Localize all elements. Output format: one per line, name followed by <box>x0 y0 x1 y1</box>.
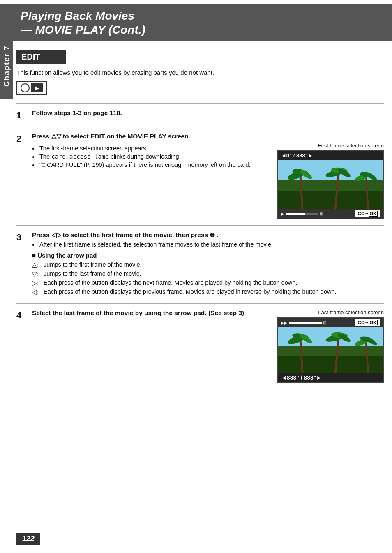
step-2-screenshot-label: First-frame selection screen <box>277 143 384 149</box>
step-4: 4 Select the last frame of the movie by … <box>16 303 384 389</box>
palm-trees-svg-2 <box>278 327 383 373</box>
step-2-body: The first-frame selection screen appears… <box>32 143 384 219</box>
step-4-screenshot-image <box>278 327 383 373</box>
step-2-progress-fill <box>286 213 305 215</box>
step-4-screenshot-area: Last-frame selection screen ▶▶ ⊞ G <box>277 309 384 383</box>
step-4-number: 4 <box>16 309 28 383</box>
triangle-left-symbol: ◁: <box>32 288 40 296</box>
step-4-progress-fill <box>289 322 322 324</box>
step-2-screenshot-bottom: ▶ ⊞ GO➜OK <box>278 209 383 219</box>
page-number: 122 <box>16 533 40 545</box>
step-3-bullets: After the first frame is selected, the s… <box>32 241 384 248</box>
step-4-frame-label: ◄888" / 888"► <box>281 374 322 381</box>
step-2-screenshot-area: First-frame selection screen ◄0" / 888"► <box>277 143 384 219</box>
play-icon: ▶ <box>31 83 43 92</box>
arrow-item-up: △: Jumps to the first frame of the movie… <box>32 261 384 269</box>
step-4-go-ok: GO➜OK <box>355 319 380 326</box>
page-header: Playing Back Movies — MOVIE PLAY (Cont.) <box>0 4 392 41</box>
arrow-left-text: Each press of the button displays the pr… <box>44 288 337 296</box>
step-4-content: Select the last frame of the movie by us… <box>32 309 384 383</box>
step-3-content: Press ◁▷ to select the first frame of th… <box>32 231 384 297</box>
arrow-item-right: ▷: Each press of the button displays the… <box>32 279 384 287</box>
step-2-progress: ▶ ⊞ <box>281 212 323 216</box>
arrow-right-text: Each press of the button displays the ne… <box>44 279 297 287</box>
step-2: 2 Press △▽ to select EDIT on the MOVIE P… <box>16 127 384 225</box>
step-2-screenshot-image <box>278 160 383 209</box>
step-3-title: Press ◁▷ to select the first frame of th… <box>32 231 384 239</box>
step-2-bullet-1: The first-frame selection screen appears… <box>32 145 269 152</box>
step-4-screenshot-bottom: ◄888" / 888"► <box>278 373 383 382</box>
step-3-number: 3 <box>16 231 28 297</box>
triangle-right-symbol: ▷: <box>32 279 40 287</box>
step-1-number: 1 <box>16 109 28 121</box>
step-4-progress-bar <box>289 322 322 324</box>
triangle-up-symbol: △: <box>32 261 40 269</box>
edit-intro: This function allows you to edit movies … <box>16 69 384 76</box>
edit-icon-row: ▶ <box>16 81 47 95</box>
chapter-tab: Chapter 7 <box>0 33 13 99</box>
step-2-bullet-2: The card access lamp blinks during downl… <box>32 153 269 160</box>
step-2-go-ok: GO➜OK <box>355 210 380 217</box>
arrow-pad-section: Using the arrow pad △: Jumps to the firs… <box>32 252 384 296</box>
arrow-item-down: ▽: Jumps to the last frame of the movie. <box>32 270 384 278</box>
step-2-screenshot-frame: ◄0" / 888"► <box>277 150 384 219</box>
step-3-bullet-1: After the first frame is selected, the s… <box>32 241 384 248</box>
step-4-body: Select the last frame of the movie by us… <box>32 309 384 383</box>
step-1-content: Follow steps 1-3 on page 118. <box>32 109 384 121</box>
circle-icon <box>21 83 30 92</box>
step-2-bullets: The first-frame selection screen appears… <box>32 145 269 170</box>
palm-trees-svg <box>278 160 383 209</box>
arrow-pad-title: Using the arrow pad <box>32 252 384 259</box>
step-4-top-bar: ▶▶ ⊞ GO➜OK <box>278 318 383 327</box>
step-4-progress: ▶▶ ⊞ <box>281 320 326 325</box>
page-title: Playing Back Movies — MOVIE PLAY (Cont.) <box>21 9 384 37</box>
step-4-text: Select the last frame of the movie by us… <box>32 309 269 319</box>
step-4-title: Select the last frame of the movie by us… <box>32 309 269 317</box>
step-4-screenshot-frame: ▶▶ ⊞ GO➜OK <box>277 317 384 383</box>
step-2-screenshot-top: ◄0" / 888"► <box>278 151 383 160</box>
step-1: 1 Follow steps 1-3 on page 118. <box>16 103 384 127</box>
edit-section-header: EDIT <box>16 50 66 64</box>
step-4-screenshot-label: Last-frame selection screen <box>277 309 384 316</box>
step-2-content: Press △▽ to select EDIT on the MOVIE PLA… <box>32 133 384 219</box>
triangle-down-symbol: ▽: <box>32 270 40 278</box>
step-2-number: 2 <box>16 133 28 219</box>
step-3: 3 Press ◁▷ to select the first frame of … <box>16 225 384 303</box>
step-2-bullet-3: "□ CARD FULL" (P. 190) appears if there … <box>32 161 269 168</box>
main-content: Playing Back Movies — MOVIE PLAY (Cont.)… <box>16 0 384 389</box>
arrow-up-text: Jumps to the first frame of the movie. <box>44 261 142 269</box>
step-1-title: Follow steps 1-3 on page 118. <box>32 109 384 117</box>
step-2-title: Press △▽ to select EDIT on the MOVIE PLA… <box>32 133 384 140</box>
arrow-item-left: ◁: Each press of the button displays the… <box>32 288 384 296</box>
chapter-label: Chapter 7 <box>2 45 11 86</box>
arrow-down-text: Jumps to the last frame of the movie. <box>44 270 141 278</box>
step-2-progress-bar <box>286 213 318 215</box>
